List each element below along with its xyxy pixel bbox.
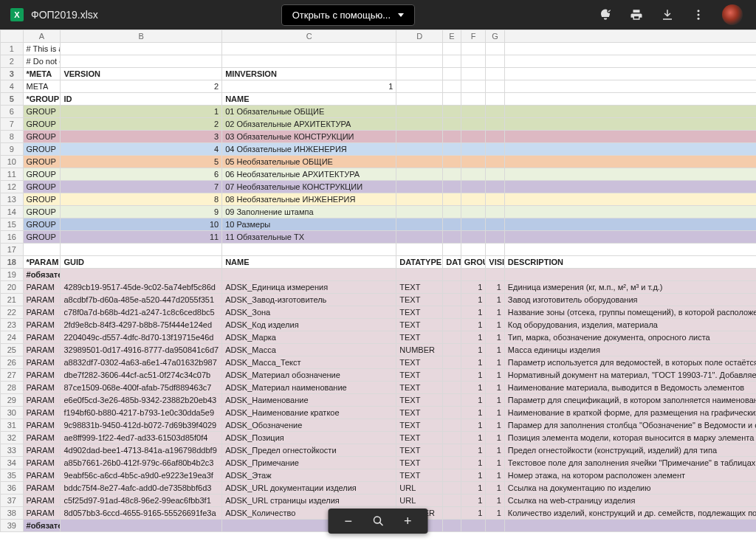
cell[interactable] bbox=[443, 356, 461, 369]
cell[interactable]: TEXT bbox=[396, 294, 443, 306]
cell[interactable]: c5f25d97-91ad-48c8-96e2-99eac6fbb3f1 bbox=[61, 495, 222, 507]
zoom-in-button[interactable]: + bbox=[404, 514, 412, 528]
row-header[interactable]: 2 bbox=[1, 55, 24, 68]
cell[interactable]: PARAM bbox=[23, 482, 61, 495]
cell[interactable] bbox=[396, 168, 443, 181]
cell[interactable]: PARAM bbox=[23, 457, 61, 469]
cell[interactable]: PARAM bbox=[23, 444, 61, 457]
cell[interactable]: ADSK_Единица измерения bbox=[222, 281, 396, 294]
cell[interactable]: dbe7f282-3606-44cf-ac51-0f274c34c07b bbox=[61, 369, 222, 382]
cell[interactable] bbox=[443, 419, 461, 432]
print-icon[interactable] bbox=[629, 7, 644, 22]
cell[interactable] bbox=[443, 281, 461, 294]
cell[interactable]: DATACATEGORY bbox=[443, 256, 461, 269]
cell[interactable]: 02 Обязательные АРХИТЕКТУРА bbox=[222, 118, 396, 131]
cell[interactable]: MINVERSION bbox=[222, 68, 396, 80]
cell[interactable]: 1 bbox=[486, 407, 504, 419]
download-icon[interactable] bbox=[660, 7, 675, 22]
cell[interactable] bbox=[461, 68, 486, 80]
cell[interactable]: TEXT bbox=[396, 369, 443, 382]
avatar[interactable] bbox=[722, 4, 743, 25]
cell[interactable]: Параметр используется для ведомостей, в … bbox=[504, 356, 756, 369]
cell[interactable]: URL bbox=[396, 495, 443, 507]
cell[interactable] bbox=[61, 244, 222, 256]
cell[interactable] bbox=[461, 206, 486, 218]
cell[interactable] bbox=[461, 43, 486, 55]
cell[interactable]: NUMBER bbox=[396, 344, 443, 356]
cell[interactable] bbox=[486, 68, 504, 80]
cell[interactable]: DESCRIPTION bbox=[504, 256, 756, 269]
col-header[interactable]: B bbox=[61, 30, 222, 43]
activity-icon[interactable] bbox=[598, 7, 613, 22]
cell[interactable] bbox=[461, 118, 486, 131]
cell[interactable]: 1 bbox=[486, 469, 504, 482]
cell[interactable]: 1 bbox=[486, 394, 504, 407]
cell[interactable]: 07 Необязательные КОНСТРУКЦИИ bbox=[222, 181, 396, 193]
cell[interactable] bbox=[396, 93, 443, 106]
cell[interactable]: PARAM bbox=[23, 432, 61, 444]
cell[interactable]: GROUP bbox=[23, 168, 61, 181]
cell[interactable]: PARAM bbox=[23, 356, 61, 369]
row-header[interactable]: 20 bbox=[1, 281, 24, 294]
cell[interactable]: TEXT bbox=[396, 281, 443, 294]
cell[interactable]: 1 bbox=[461, 344, 486, 356]
cell[interactable] bbox=[486, 55, 504, 68]
cell[interactable]: 1 bbox=[461, 382, 486, 394]
cell[interactable]: PARAM bbox=[23, 469, 61, 482]
cell[interactable] bbox=[461, 269, 486, 281]
cell[interactable]: PARAM bbox=[23, 495, 61, 507]
cell[interactable]: 1 bbox=[461, 444, 486, 457]
cell[interactable]: *GROUP bbox=[23, 93, 61, 106]
row-header[interactable]: 26 bbox=[1, 356, 24, 369]
cell[interactable] bbox=[461, 55, 486, 68]
cell[interactable]: Параметр для спецификаций, в котором зап… bbox=[504, 394, 756, 407]
cell[interactable] bbox=[486, 143, 504, 156]
row-header[interactable]: 35 bbox=[1, 469, 24, 482]
cell[interactable] bbox=[222, 55, 396, 68]
cell[interactable]: PARAM bbox=[23, 407, 61, 419]
cell[interactable] bbox=[461, 80, 486, 93]
row-header[interactable]: 39 bbox=[1, 520, 24, 532]
cell[interactable]: 3 bbox=[61, 131, 222, 143]
cell[interactable] bbox=[396, 244, 443, 256]
row-header[interactable]: 21 bbox=[1, 294, 24, 306]
cell[interactable] bbox=[461, 156, 486, 168]
cell[interactable] bbox=[461, 106, 486, 118]
row-header[interactable]: 33 bbox=[1, 444, 24, 457]
cell[interactable] bbox=[443, 331, 461, 344]
cell[interactable]: ADSK_Наименование bbox=[222, 394, 396, 407]
row-header[interactable]: 6 bbox=[1, 106, 24, 118]
cell[interactable]: GROUP bbox=[23, 131, 61, 143]
row-header[interactable]: 15 bbox=[1, 218, 24, 231]
cell[interactable] bbox=[61, 269, 222, 281]
cell[interactable]: DATATYPE bbox=[396, 256, 443, 269]
cell[interactable] bbox=[461, 131, 486, 143]
cell[interactable] bbox=[443, 206, 461, 218]
cell[interactable]: ADSK_Этаж bbox=[222, 469, 396, 482]
col-header[interactable]: E bbox=[443, 30, 461, 43]
row-header[interactable]: 36 bbox=[1, 482, 24, 495]
cell[interactable]: Тип, марка, обозначение документа, опрос… bbox=[504, 331, 756, 344]
cell[interactable]: ID bbox=[61, 93, 222, 106]
cell[interactable]: 10 Размеры bbox=[222, 218, 396, 231]
cell[interactable]: 11 Обязательные ТХ bbox=[222, 231, 396, 244]
cell[interactable]: 1 bbox=[486, 356, 504, 369]
cell[interactable]: VERSION bbox=[61, 68, 222, 80]
cell[interactable]: 1 bbox=[486, 281, 504, 294]
cell[interactable] bbox=[443, 444, 461, 457]
cell[interactable]: e6e0f5cd-3e26-485b-9342-23882b20eb43 bbox=[61, 394, 222, 407]
cell[interactable]: 1 bbox=[222, 80, 396, 93]
cell[interactable]: 4d902dad-bee1-4713-841a-a196798ddbf9 bbox=[61, 444, 222, 457]
cell[interactable] bbox=[443, 482, 461, 495]
cell[interactable] bbox=[443, 269, 461, 281]
cell[interactable] bbox=[61, 520, 222, 532]
cell[interactable]: 2 bbox=[61, 80, 222, 93]
cell[interactable]: TEXT bbox=[396, 469, 443, 482]
cell[interactable]: PARAM bbox=[23, 344, 61, 356]
row-header[interactable]: 18 bbox=[1, 256, 24, 269]
cell[interactable]: PARAM bbox=[23, 281, 61, 294]
cell[interactable]: 1 bbox=[486, 331, 504, 344]
cell[interactable]: 5 bbox=[61, 156, 222, 168]
cell[interactable]: 1 bbox=[461, 432, 486, 444]
cell[interactable]: ADSK_Завод-изготовитель bbox=[222, 294, 396, 306]
